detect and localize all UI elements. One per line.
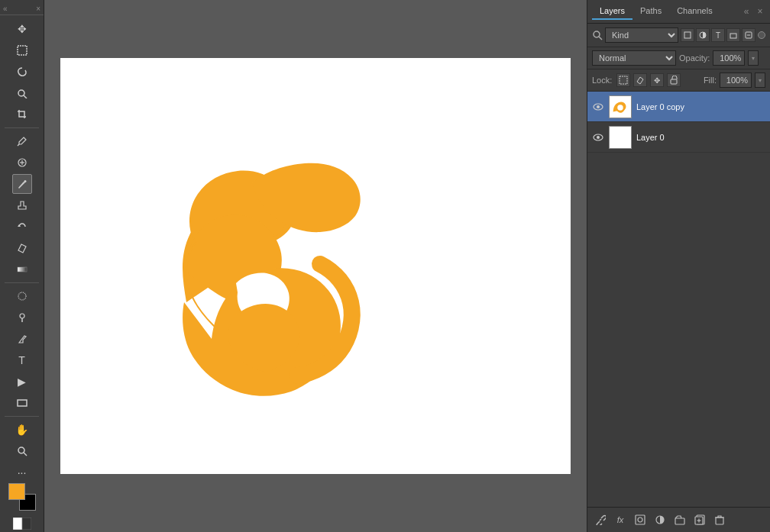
svg-point-28 (597, 105, 600, 108)
svg-rect-16 (13, 517, 22, 530)
svg-line-2 (24, 95, 27, 98)
add-mask-btn[interactable] (632, 511, 649, 528)
svg-line-19 (599, 37, 602, 40)
svg-point-30 (617, 105, 623, 110)
lock-transparent-btn[interactable] (616, 73, 630, 87)
color-swatches (8, 483, 36, 511)
svg-line-15 (24, 453, 27, 456)
delete-layer-btn[interactable] (711, 511, 728, 528)
opacity-input[interactable] (713, 50, 745, 66)
svg-rect-9 (18, 267, 27, 272)
path-selection-tool[interactable]: ▶ (12, 372, 32, 392)
quick-mask-btn[interactable] (12, 517, 32, 530)
svg-point-7 (24, 180, 26, 182)
svg-point-18 (594, 31, 600, 37)
more-tools-btn[interactable]: ··· (12, 463, 32, 482)
clone-stamp-tool[interactable] (12, 195, 32, 215)
panel-collapse-icon[interactable]: « (741, 6, 752, 17)
quick-selection-tool[interactable] (12, 83, 32, 103)
panel-header: Layers Paths Channels « × (587, 0, 770, 24)
layer-thumbnail-layer0copy (609, 95, 632, 118)
lock-label: Lock: (592, 76, 612, 85)
move-tool[interactable]: ✥ (12, 19, 32, 39)
eraser-tool[interactable] (12, 238, 32, 258)
blend-mode-select[interactable]: Normal Dissolve Darken Multiply (592, 50, 676, 66)
svg-rect-0 (18, 46, 27, 55)
lock-position-btn[interactable]: ✥ (650, 73, 664, 87)
tab-channels[interactable]: Channels (669, 3, 720, 20)
gradient-tool[interactable] (12, 260, 32, 279)
svg-point-1 (18, 90, 24, 96)
pen-tool[interactable] (12, 329, 32, 349)
left-toolbar: « × ✥ T ▶ (0, 0, 44, 532)
layer-item-layer0copy[interactable]: Layer 0 copy (587, 92, 770, 122)
filter-row: Kind T (587, 24, 770, 47)
lock-all-btn[interactable] (667, 73, 681, 87)
lock-row: Lock: ✥ Fill: ▾ (587, 69, 770, 92)
svg-rect-13 (18, 400, 27, 406)
filter-pixel-icon[interactable] (681, 28, 694, 42)
layers-bottom-bar: fx (587, 507, 770, 532)
healing-brush-tool[interactable] (12, 153, 32, 172)
zoom-tool[interactable] (12, 441, 32, 461)
layer-visibility-layer0[interactable] (592, 131, 604, 143)
fx-btn[interactable]: fx (612, 511, 629, 528)
layer-name-layer0: Layer 0 (636, 133, 765, 142)
filter-icons: T (681, 28, 755, 42)
svg-rect-43 (716, 517, 723, 524)
svg-point-36 (638, 517, 642, 522)
type-tool[interactable]: T (12, 350, 32, 370)
separator1 (5, 127, 40, 128)
crop-tool[interactable] (12, 105, 32, 124)
opacity-arrow[interactable]: ▾ (748, 50, 759, 66)
collapse-icon[interactable]: « (3, 5, 8, 13)
canvas-area (44, 0, 587, 532)
filter-smart-icon[interactable] (742, 28, 755, 42)
separator3 (5, 416, 40, 417)
svg-line-3 (18, 144, 19, 146)
panel-tabs: Layers Paths Channels (592, 3, 720, 20)
panel-close-icon[interactable]: × (755, 6, 765, 17)
filter-type-icon[interactable]: T (711, 28, 725, 42)
filter-shape-icon[interactable] (726, 28, 740, 42)
tab-paths[interactable]: Paths (632, 3, 669, 20)
svg-line-34 (600, 519, 601, 521)
marquee-tool[interactable] (12, 40, 32, 60)
layer-name-layer0copy: Layer 0 copy (636, 102, 765, 111)
fill-input[interactable] (720, 73, 752, 88)
opacity-label: Opacity: (679, 53, 710, 63)
brush-tool[interactable] (12, 174, 32, 194)
blend-row: Normal Dissolve Darken Multiply Opacity:… (587, 47, 770, 69)
fill-label: Fill: (704, 76, 717, 85)
history-brush-tool[interactable] (12, 217, 32, 237)
link-layers-btn[interactable] (592, 511, 609, 528)
filter-kind-select[interactable]: Kind (605, 27, 678, 43)
group-layers-btn[interactable] (671, 511, 688, 528)
adjustment-btn[interactable] (652, 511, 668, 528)
svg-rect-25 (620, 76, 627, 84)
svg-rect-35 (636, 515, 645, 524)
fill-arrow[interactable]: ▾ (755, 73, 765, 88)
right-panel: Layers Paths Channels « × Kind T (587, 0, 770, 532)
panel-header-icons: « × (741, 6, 765, 17)
blur-tool[interactable] (12, 286, 32, 306)
filter-adjustment-icon[interactable] (696, 28, 710, 42)
hand-tool[interactable]: ✋ (12, 420, 32, 440)
svg-point-10 (18, 292, 26, 300)
svg-rect-20 (684, 32, 691, 38)
dodge-tool[interactable] (12, 308, 32, 327)
layer-visibility-layer0copy[interactable] (592, 101, 604, 113)
rectangle-tool[interactable] (12, 393, 32, 413)
search-icon (592, 30, 603, 40)
lasso-tool[interactable] (12, 62, 32, 82)
svg-rect-38 (675, 518, 684, 524)
foreground-color-swatch[interactable] (8, 483, 25, 500)
lock-image-btn[interactable] (633, 73, 647, 87)
close-icon[interactable]: × (36, 5, 40, 13)
new-layer-btn[interactable] (691, 511, 708, 528)
canvas[interactable] (60, 58, 571, 474)
eyedropper-tool[interactable] (12, 131, 32, 151)
layer-item-layer0[interactable]: Layer 0 (587, 122, 770, 153)
tab-layers[interactable]: Layers (592, 3, 632, 20)
svg-rect-33 (610, 127, 631, 148)
